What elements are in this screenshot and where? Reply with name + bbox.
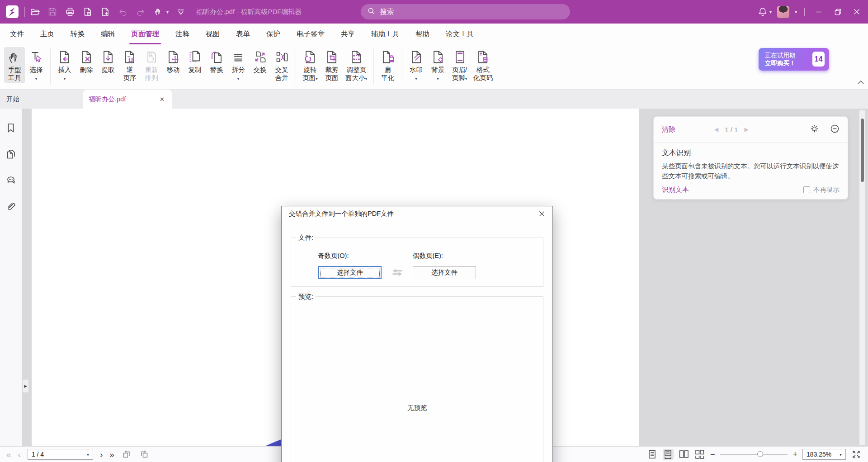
hand-small-icon[interactable] <box>153 6 164 17</box>
tool-crop-pages[interactable]: 裁剪页面 <box>321 47 342 83</box>
menu-accessibility[interactable]: 辅助工具 <box>371 29 400 40</box>
next-page-button[interactable]: › <box>100 450 103 459</box>
tool-label: ▾ <box>237 74 239 83</box>
zoom-slider[interactable] <box>720 451 788 457</box>
extract-pages-icon <box>100 48 116 66</box>
tool-label: 页序 <box>123 74 137 82</box>
first-page-button[interactable]: « <box>6 450 11 459</box>
page-number-combobox[interactable]: 1 / 4 ▾ <box>28 449 93 460</box>
menu-convert[interactable]: 转换 <box>70 29 85 40</box>
restore-button[interactable] <box>831 5 844 19</box>
bell-caret-icon[interactable]: ▾ <box>769 10 772 14</box>
continuous-view-icon[interactable] <box>663 449 674 460</box>
clear-link[interactable]: 清除 <box>662 125 675 134</box>
menu-file[interactable]: 文件 <box>9 29 24 40</box>
tool-rotate-pages[interactable]: 旋转页面▾ <box>300 47 321 84</box>
dont-show-checkbox[interactable] <box>803 186 810 193</box>
last-page-button[interactable]: » <box>109 450 114 459</box>
expand-panel-icon: ▶ <box>24 384 27 388</box>
minimize-button[interactable] <box>812 5 826 19</box>
menu-share[interactable]: 共享 <box>340 29 355 40</box>
menu-esign[interactable]: 电子签章 <box>296 29 325 40</box>
vertical-scrollbar[interactable] <box>859 110 865 445</box>
dialog-close-icon[interactable] <box>535 208 548 219</box>
close-window-button[interactable] <box>850 5 863 19</box>
facing-continuous-view-icon[interactable] <box>694 449 705 460</box>
choose-even-file-button[interactable]: 选择文件 <box>413 266 476 279</box>
recognize-text-link[interactable]: 识别文本 <box>662 186 689 194</box>
tool-watermark[interactable]: 水印▾ <box>406 47 427 84</box>
tab-close-icon[interactable]: ✕ <box>160 96 165 103</box>
avatar-caret-icon[interactable]: ▾ <box>795 10 797 14</box>
tool-swap-pages[interactable]: 交换 <box>250 47 270 75</box>
menu-thesis-tools[interactable]: 论文工具 <box>445 29 474 40</box>
folder-open-icon[interactable] <box>29 6 40 17</box>
panel-attachments-panel[interactable] <box>5 201 17 213</box>
menu-edit[interactable]: 编辑 <box>100 29 115 40</box>
tool-interleave-merge[interactable]: 交叉合并 <box>271 47 292 83</box>
hand-quick-caret-icon[interactable]: ▾ <box>166 10 169 14</box>
single-page-view-icon[interactable] <box>647 449 658 460</box>
menu-protect[interactable]: 保护 <box>266 29 281 40</box>
app-window: ▾ 福昕办公.pdf - 福昕高级PDF编辑器 搜索 ▾ ▾ 文件主页转换编辑页… <box>0 0 868 462</box>
menu-help[interactable]: 帮助 <box>415 29 430 40</box>
expand-panel-handle[interactable]: ▶ <box>23 379 29 393</box>
tool-delete-pages[interactable]: 删除 <box>76 47 97 75</box>
search-placeholder: 搜索 <box>380 7 394 17</box>
tool-select-tool[interactable]: 选择▾ <box>26 47 47 84</box>
rotate-left-icon[interactable] <box>121 449 132 460</box>
menu-comment[interactable]: 注释 <box>175 29 190 40</box>
tool-flatten-pages[interactable]: 扁平化 <box>377 47 398 83</box>
customize-icon[interactable] <box>175 6 186 17</box>
trial-purchase-badge[interactable]: 正在试用期 立即购买！ 14 <box>759 48 829 71</box>
dialog-titlebar[interactable]: 交错合并文件到一个单独的PDF文件 <box>282 206 552 221</box>
menu-page-management[interactable]: 页面管理 <box>131 29 160 40</box>
zoom-out-button[interactable]: − <box>710 450 715 458</box>
settings-gear-icon[interactable] <box>810 124 819 135</box>
tool-extract-pages[interactable]: 提取 <box>98 47 118 75</box>
menu-form[interactable]: 表单 <box>236 29 250 40</box>
tab-start[interactable]: 开始 <box>0 90 83 109</box>
page-add-icon[interactable] <box>100 6 111 17</box>
tool-background[interactable]: 背景▾ <box>428 47 448 84</box>
tool-split-document[interactable]: 拆分▾ <box>228 47 249 84</box>
page-remove-icon[interactable] <box>82 6 93 17</box>
previous-page-button[interactable]: ‹ <box>18 450 21 459</box>
move-pages-icon <box>165 48 181 66</box>
tool-header-footer[interactable]: 页眉/页脚▾ <box>449 47 470 84</box>
user-avatar[interactable] <box>777 6 789 18</box>
tool-duplicate-pages[interactable]: 复制 <box>184 47 205 75</box>
tool-replace-pages[interactable]: 替换 <box>206 47 227 75</box>
print-icon[interactable] <box>65 6 75 17</box>
tool-reverse-page-order[interactable]: 12逆页序 <box>119 47 140 83</box>
tool-format-page-numbers[interactable]: #格式化页码 <box>471 47 495 83</box>
panel-page-thumbnails-panel[interactable] <box>5 148 17 160</box>
fullscreen-icon[interactable] <box>851 449 862 460</box>
scrollbar-thumb[interactable] <box>861 119 864 182</box>
zoom-in-button[interactable]: + <box>793 450 797 458</box>
collapse-ribbon-icon[interactable] <box>856 78 866 87</box>
menu-view[interactable]: 视图 <box>205 29 220 40</box>
titlebar-separator <box>804 8 805 16</box>
tool-hand-tool[interactable]: 手型工具 <box>4 47 25 83</box>
tool-move-pages[interactable]: 移动 <box>163 47 184 75</box>
panel-comments-panel[interactable] <box>5 175 17 186</box>
tool-resize-pages[interactable]: 调整页面大小▾ <box>343 47 370 84</box>
zoom-slider-thumb[interactable] <box>757 451 763 457</box>
zoom-level-combobox[interactable]: 183.25% ▾ <box>802 449 846 460</box>
tool-label: 删除 <box>80 66 93 74</box>
choose-odd-file-button[interactable]: 选择文件 <box>318 266 382 279</box>
collapse-card-icon[interactable] <box>830 124 840 135</box>
search-input[interactable]: 搜索 <box>361 4 570 19</box>
tab-document[interactable]: 福昕办公.pdf✕ <box>83 90 172 109</box>
pager-next-icon[interactable]: ▶ <box>744 126 748 133</box>
menu-home[interactable]: 主页 <box>40 29 55 40</box>
rotate-right-icon[interactable] <box>139 449 150 460</box>
tool-insert-pages[interactable]: 插入▾ <box>54 47 75 84</box>
notifications-bell-icon[interactable] <box>757 6 768 17</box>
dont-show-again[interactable]: 不再显示 <box>803 186 840 194</box>
pager-prev-icon[interactable]: ◀ <box>714 126 718 133</box>
facing-view-icon[interactable] <box>679 449 689 460</box>
ribbon-group-separator <box>402 48 402 85</box>
panel-bookmarks-panel[interactable] <box>5 122 17 134</box>
